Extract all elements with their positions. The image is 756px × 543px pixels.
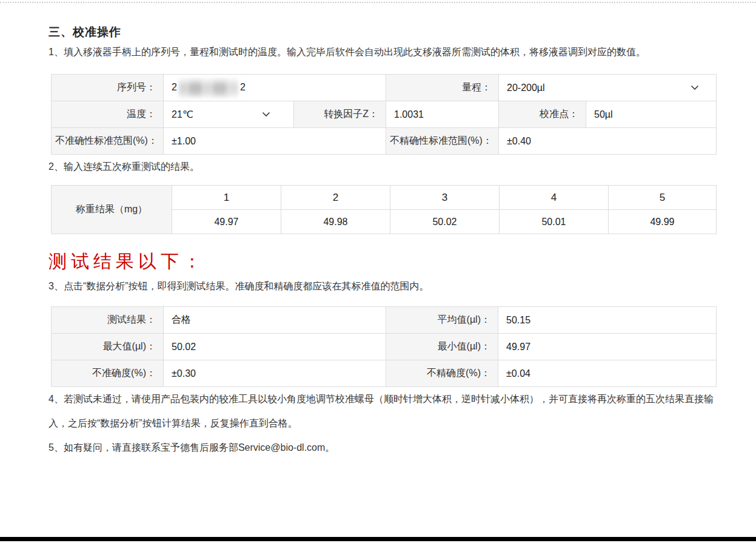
setup-row-2: 温度： 21℃ 转换因子Z： 1.0031 校准点： 50µl xyxy=(52,101,717,128)
range-select-value: 20-200µl xyxy=(507,83,545,93)
serial-prefix: 2 xyxy=(172,82,177,92)
min-value: 49.97 xyxy=(498,334,717,360)
imprecision-range-value: ±0.40 xyxy=(499,128,717,155)
serial-number-label: 序列号： xyxy=(52,75,164,101)
step-5-text: 5、如有疑问，请直接联系宝予德售后服务部Service@bio-dl.com。 xyxy=(49,436,718,460)
weighing-value-field[interactable]: 49.98 xyxy=(281,210,390,234)
range-select[interactable]: 20-200µl xyxy=(499,75,717,101)
section-heading: 三、校准操作 xyxy=(49,24,720,40)
serial-redaction-blur xyxy=(179,79,238,97)
weighing-results-table: 称重结果（mg） 1 2 3 4 5 49.97 49.98 50.02 50.… xyxy=(51,185,717,234)
chevron-down-icon xyxy=(691,85,699,90)
inaccuracy-range-value: ±1.00 xyxy=(164,128,386,155)
serial-suffix: 2 xyxy=(240,82,246,92)
weighing-col-header: 3 xyxy=(390,186,500,210)
chevron-down-icon xyxy=(262,112,270,117)
cal-point-label: 校准点： xyxy=(499,101,586,128)
top-dotted-divider xyxy=(0,2,756,3)
temperature-select[interactable]: 21℃ xyxy=(164,101,294,128)
inaccuracy-label: 不准确度(%)： xyxy=(52,360,164,387)
result-banner: 测试结果以下： xyxy=(49,249,720,274)
temperature-label: 温度： xyxy=(52,101,164,128)
imprecision-range-label: 不精确性标准范围(%)： xyxy=(386,128,499,155)
temperature-select-value: 21℃ xyxy=(172,109,193,120)
result-row: 测试结果： 合格 平均值(µl)： 50.15 xyxy=(52,307,717,334)
setup-table: 序列号： 22 量程： 20-200µl 温度： 21℃ xyxy=(51,74,717,155)
step-2-text: 2、输入连续五次称重测试的结果。 xyxy=(49,155,718,179)
step-1-text: 1、填入移液器手柄上的序列号，量程和测试时的温度。输入完毕后软件会自动出现此支移… xyxy=(49,40,718,64)
average-label: 平均值(µl)： xyxy=(386,307,498,334)
bottom-bar xyxy=(0,537,756,541)
calibration-instructions-page: 三、校准操作 1、填入移液器手柄上的序列号，量程和测试时的温度。输入完毕后软件会… xyxy=(0,24,756,460)
inaccuracy-range-label: 不准确性标准范围(%)： xyxy=(52,128,164,155)
weighing-value-field[interactable]: 50.01 xyxy=(500,210,609,234)
result-row: 最大值(µl)： 50.02 最小值(µl)： 49.97 xyxy=(52,334,717,360)
test-result-value: 合格 xyxy=(164,307,386,334)
z-factor-label: 转换因子Z： xyxy=(294,101,386,128)
weighing-col-header: 2 xyxy=(281,186,390,210)
weighing-value-field[interactable]: 49.99 xyxy=(609,210,717,234)
weighing-col-header: 4 xyxy=(500,186,609,210)
step-3-text: 3、点击“数据分析”按钮，即得到测试结果。准确度和精确度都应该在其标准值的范围内… xyxy=(49,274,718,298)
setup-row-1: 序列号： 22 量程： 20-200µl xyxy=(52,75,717,101)
max-value: 50.02 xyxy=(164,334,386,360)
test-result-label: 测试结果： xyxy=(52,307,164,334)
weighing-col-header: 1 xyxy=(172,186,281,210)
analysis-results-table: 测试结果： 合格 平均值(µl)： 50.15 最大值(µl)： 50.02 最… xyxy=(51,306,717,387)
weighing-header-row: 称重结果（mg） 1 2 3 4 5 xyxy=(52,186,717,210)
imprecision-label: 不精确度(%)： xyxy=(386,360,498,387)
setup-row-3: 不准确性标准范围(%)： ±1.00 不精确性标准范围(%)： ±0.40 xyxy=(52,128,717,155)
serial-number-field[interactable]: 22 xyxy=(164,75,386,101)
cal-point-value: 50µl xyxy=(586,101,717,128)
average-value: 50.15 xyxy=(498,307,717,334)
result-row: 不准确度(%)： ±0.30 不精确度(%)： ±0.04 xyxy=(52,360,717,387)
min-label: 最小值(µl)： xyxy=(386,334,498,360)
inaccuracy-value: ±0.30 xyxy=(164,360,386,387)
max-label: 最大值(µl)： xyxy=(52,334,164,360)
z-factor-value: 1.0031 xyxy=(386,101,499,128)
step-4-text: 4、若测试未通过，请使用产品包装内的较准工具以较小角度地调节校准螺母（顺时针增大… xyxy=(49,387,718,436)
range-label: 量程： xyxy=(386,75,499,101)
weighing-col-header: 5 xyxy=(609,186,717,210)
weighing-row-label: 称重结果（mg） xyxy=(52,186,172,234)
imprecision-value: ±0.04 xyxy=(498,360,717,387)
weighing-value-field[interactable]: 50.02 xyxy=(390,210,500,234)
weighing-value-field[interactable]: 49.97 xyxy=(172,210,281,234)
